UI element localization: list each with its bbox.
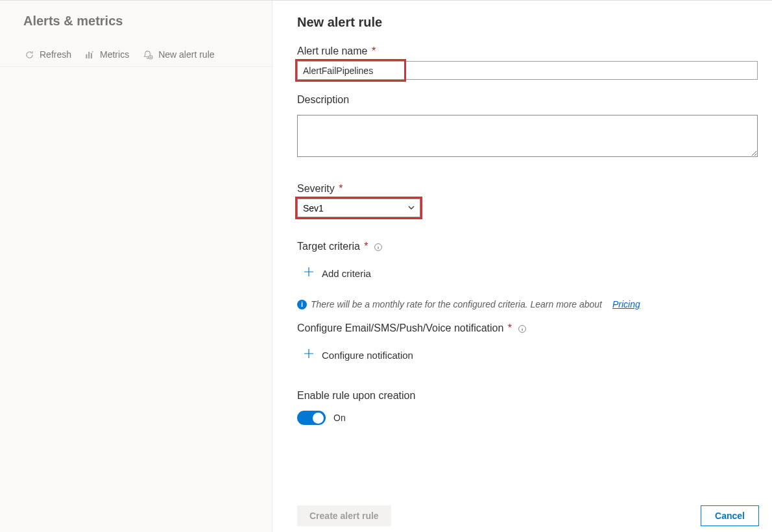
severity-select[interactable]: Sev1 bbox=[297, 199, 420, 217]
plus-icon bbox=[304, 267, 314, 280]
configure-notif-label: Configure Email/SMS/Push/Voice notificat… bbox=[297, 322, 759, 334]
pricing-info-banner: i There will be a monthly rate for the c… bbox=[297, 299, 759, 309]
sidebar-item-label: New alert rule bbox=[158, 49, 214, 60]
sidebar: Alerts & metrics Refresh Metrics bbox=[0, 1, 272, 532]
toggle-knob bbox=[313, 413, 324, 424]
info-text: There will be a monthly rate for the con… bbox=[311, 299, 602, 309]
configure-notification-button[interactable]: Configure notification bbox=[297, 343, 759, 367]
alert-name-label: Alert rule name * bbox=[297, 45, 759, 57]
svg-rect-0 bbox=[86, 54, 87, 58]
svg-rect-1 bbox=[88, 51, 90, 58]
sidebar-item-metrics[interactable]: Metrics bbox=[84, 49, 129, 60]
sidebar-item-label: Refresh bbox=[40, 49, 71, 60]
target-criteria-label: Target criteria * bbox=[297, 241, 759, 252]
enable-rule-toggle-row: On bbox=[297, 411, 759, 425]
add-criteria-label: Add criteria bbox=[322, 268, 371, 279]
sidebar-item-new-alert-rule[interactable]: New alert rule bbox=[142, 49, 214, 60]
required-asterisk: * bbox=[361, 241, 368, 252]
required-asterisk: * bbox=[505, 322, 512, 333]
required-asterisk: * bbox=[336, 183, 343, 194]
create-alert-rule-button[interactable]: Create alert rule bbox=[297, 505, 391, 526]
info-circle-icon: i bbox=[297, 300, 307, 309]
footer-bar: Create alert rule Cancel bbox=[297, 500, 759, 532]
main-panel: New alert rule Alert rule name * Descrip… bbox=[272, 1, 772, 532]
configure-notification-label: Configure notification bbox=[322, 350, 413, 361]
enable-rule-toggle[interactable] bbox=[297, 411, 326, 425]
svg-rect-2 bbox=[91, 53, 92, 58]
required-asterisk: * bbox=[369, 45, 376, 56]
alert-name-row bbox=[297, 61, 759, 80]
info-icon[interactable] bbox=[374, 243, 383, 252]
alert-add-icon bbox=[142, 50, 153, 60]
add-criteria-button[interactable]: Add criteria bbox=[297, 261, 759, 285]
severity-label: Severity * bbox=[297, 183, 759, 195]
toggle-state-label: On bbox=[333, 413, 346, 423]
enable-rule-label: Enable rule upon creation bbox=[297, 390, 759, 402]
metrics-icon bbox=[84, 50, 95, 60]
refresh-icon bbox=[25, 50, 34, 60]
page-title: New alert rule bbox=[297, 15, 759, 30]
sidebar-item-refresh[interactable]: Refresh bbox=[25, 49, 71, 60]
sidebar-title: Alerts & metrics bbox=[0, 14, 272, 43]
sidebar-item-label: Metrics bbox=[100, 49, 129, 60]
cancel-button[interactable]: Cancel bbox=[701, 505, 759, 526]
info-icon[interactable] bbox=[518, 324, 527, 333]
alert-name-input[interactable] bbox=[297, 61, 758, 80]
svg-point-3 bbox=[92, 51, 93, 52]
sidebar-toolbar: Refresh Metrics bbox=[0, 43, 272, 67]
plus-icon bbox=[304, 348, 314, 361]
pricing-link[interactable]: Pricing bbox=[612, 299, 640, 309]
description-label: Description bbox=[297, 94, 759, 106]
description-input[interactable] bbox=[297, 115, 758, 157]
